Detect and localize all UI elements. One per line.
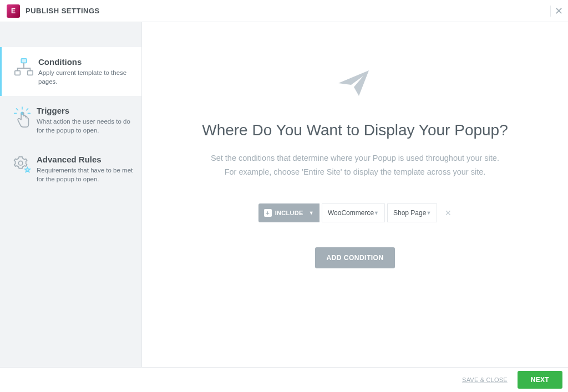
sidebar-item-triggers[interactable]: Triggers What action the user needs to d…	[0, 96, 141, 145]
sidebar-item-desc: Apply current template to these pages.	[38, 68, 134, 86]
main-panel: Where Do You Want to Display Your Popup?…	[141, 22, 568, 367]
sidebar-item-desc: Requirements that have to be met for the…	[37, 166, 134, 184]
save-and-close-link[interactable]: SAVE & CLOSE	[462, 376, 508, 383]
close-icon: ✕	[445, 208, 452, 217]
conditions-icon	[9, 57, 38, 86]
close-button[interactable]: ✕	[550, 6, 561, 17]
sidebar-item-title: Triggers	[37, 106, 134, 115]
sidebar-item-desc: What action the user needs to do for the…	[37, 117, 134, 135]
include-toggle[interactable]: + INCLUDE ▼	[258, 203, 320, 222]
close-icon: ✕	[555, 5, 563, 17]
sidebar-item-conditions[interactable]: Conditions Apply current template to the…	[0, 47, 141, 96]
next-button[interactable]: NEXT	[518, 371, 562, 389]
footer: SAVE & CLOSE NEXT	[0, 367, 568, 392]
svg-rect-1	[15, 71, 20, 75]
sidebar-item-title: Advanced Rules	[37, 155, 134, 164]
svg-point-9	[18, 161, 23, 166]
svg-line-4	[17, 109, 18, 110]
triggers-icon	[8, 106, 37, 135]
advanced-rules-icon	[8, 155, 37, 184]
body: Conditions Apply current template to the…	[0, 22, 568, 367]
main-description: Set the conditions that determine where …	[211, 151, 499, 179]
header-title: PUBLISH SETTINGS	[26, 7, 100, 15]
condition-row: + INCLUDE ▼ WooCommerce ▼ Shop Page ▼ ✕	[258, 203, 452, 222]
header: E PUBLISH SETTINGS ✕	[0, 0, 568, 22]
sidebar: Conditions Apply current template to the…	[0, 22, 141, 367]
sidebar-item-title: Conditions	[38, 57, 134, 67]
add-condition-button[interactable]: ADD CONDITION	[315, 247, 394, 268]
chevron-down-icon: ▼	[426, 210, 431, 216]
sidebar-item-advanced-rules[interactable]: Advanced Rules Requirements that have to…	[0, 145, 141, 194]
remove-condition-button[interactable]: ✕	[445, 208, 452, 217]
paper-plane-icon	[336, 64, 374, 105]
condition-select-category[interactable]: WooCommerce ▼	[322, 203, 385, 222]
main-title: Where Do You Want to Display Your Popup?	[202, 121, 508, 139]
chevron-down-icon: ▼	[374, 210, 379, 216]
svg-rect-0	[21, 59, 27, 63]
svg-line-5	[27, 109, 28, 110]
condition-select-page[interactable]: Shop Page ▼	[387, 203, 437, 222]
svg-rect-2	[28, 71, 33, 75]
plus-icon: +	[264, 209, 272, 217]
elementor-logo-icon: E	[7, 4, 20, 18]
chevron-down-icon: ▼	[309, 210, 314, 216]
